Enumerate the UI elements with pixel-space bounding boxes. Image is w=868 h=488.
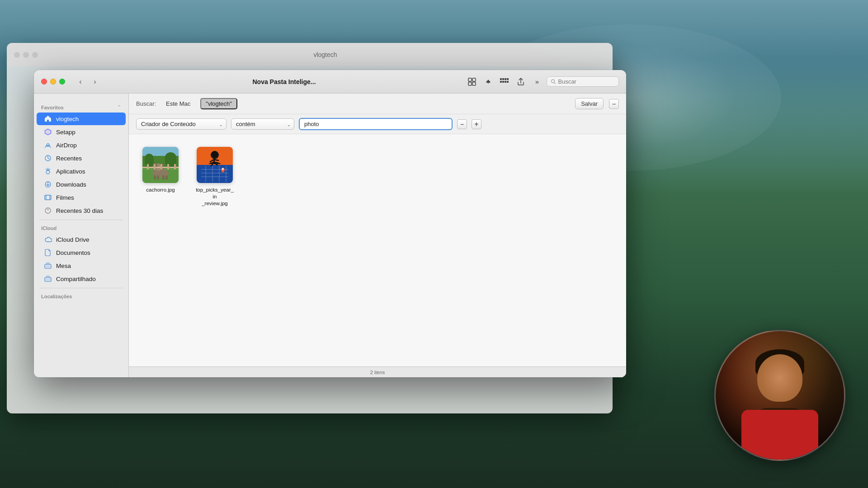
finder-window: ‹ › Nova Pasta Intelige...	[34, 70, 626, 377]
webcam-person	[716, 331, 844, 460]
svg-rect-50	[154, 164, 156, 169]
recentes30-icon	[44, 206, 52, 215]
svg-rect-7	[502, 78, 504, 80]
svg-rect-47	[165, 175, 168, 180]
search-label: Buscar:	[136, 100, 156, 107]
sidebar-item-downloads[interactable]: Downloads	[37, 178, 126, 191]
svg-rect-0	[468, 78, 472, 81]
view-apps-button[interactable]	[498, 75, 511, 88]
svg-rect-9	[507, 78, 509, 80]
svg-rect-32	[45, 277, 51, 282]
sidebar-section-localizacoes: Localizações	[34, 292, 128, 301]
sidebar-item-setapp[interactable]: Setapp	[37, 126, 126, 138]
more-button[interactable]: »	[530, 75, 544, 88]
svg-rect-46	[162, 175, 165, 180]
main-area: Buscar: Este Mac "vlogtech" Salvar − Cri…	[129, 94, 626, 377]
view-grid-button[interactable]	[465, 75, 479, 88]
downloads-label: Downloads	[56, 181, 86, 188]
file-item-top-picks[interactable]: top_picks_year_in_review.jpg	[192, 143, 237, 211]
svg-rect-2	[468, 82, 472, 85]
svg-rect-1	[472, 78, 476, 81]
scope-este-mac-button[interactable]: Este Mac	[161, 99, 195, 108]
minimize-btn-bg	[23, 52, 29, 58]
toolbar-title: Nova Pasta Intelige...	[107, 78, 462, 85]
sidebar-item-recentes30[interactable]: Recentes 30 dias	[37, 204, 126, 217]
compartilhado-label: Compartilhado	[56, 276, 96, 282]
cachorro-filename: cachorro.jpg	[146, 187, 175, 193]
recentes-icon	[44, 154, 52, 162]
sidebar-item-mesa[interactable]: Mesa	[37, 259, 126, 272]
filter-dropdown2-wrapper: contém	[231, 118, 294, 130]
sidebar-section-icloud: iCloud	[34, 224, 128, 233]
localizacoes-label: Localizações	[41, 294, 72, 299]
aplicativos-icon	[44, 167, 52, 175]
svg-rect-44	[154, 175, 156, 180]
downloads-icon	[44, 180, 52, 188]
sidebar-divider-1	[39, 220, 123, 220]
top-picks-filename: top_picks_year_in_review.jpg	[196, 187, 234, 207]
file-item-cachorro[interactable]: cachorro.jpg	[138, 143, 183, 211]
svg-rect-10	[500, 81, 502, 83]
svg-line-15	[554, 83, 556, 84]
filter-dropdown1[interactable]: Criador de Conteúdo	[136, 118, 226, 130]
close-button[interactable]	[41, 79, 47, 84]
sidebar-item-compartilhado[interactable]: Compartilhado	[37, 272, 126, 285]
icloud-label: iCloud	[41, 225, 57, 231]
icloud-drive-icon	[44, 235, 52, 244]
svg-rect-37	[145, 154, 154, 167]
svg-rect-6	[500, 78, 502, 80]
search-input[interactable]	[558, 78, 615, 85]
status-text: 2 itens	[370, 370, 385, 375]
svg-rect-8	[505, 78, 506, 80]
recentes30-label: Recentes 30 dias	[56, 207, 103, 214]
file-thumb-top-picks	[197, 147, 233, 183]
share-button[interactable]	[514, 75, 528, 88]
airdrop-label: AirDrop	[56, 142, 77, 149]
vlogtech-icon	[44, 115, 52, 123]
finder-content: Favoritos ⌃ vlogtech Setapp	[34, 94, 626, 377]
file-thumb-cachorro	[142, 147, 179, 183]
person-body	[741, 410, 818, 460]
search-minus-button[interactable]: −	[609, 99, 619, 109]
svg-point-14	[551, 80, 554, 83]
toolbar-search[interactable]	[547, 76, 619, 87]
search-bar: Buscar: Este Mac "vlogtech" Salvar −	[129, 94, 626, 114]
sidebar: Favoritos ⌃ vlogtech Setapp	[34, 94, 129, 377]
favoritos-label: Favoritos	[41, 105, 64, 110]
svg-rect-49	[147, 164, 149, 169]
scope-vlogtech-button[interactable]: "vlogtech"	[200, 98, 237, 109]
minimize-button[interactable]	[50, 79, 56, 84]
svg-rect-23	[45, 195, 51, 200]
save-button[interactable]: Salvar	[575, 98, 604, 109]
filter-dropdown2[interactable]: contém	[231, 118, 294, 130]
sidebar-item-icloud-drive[interactable]: iCloud Drive	[37, 233, 126, 246]
maximize-button[interactable]	[59, 79, 65, 84]
compartilhado-icon	[44, 275, 52, 283]
sidebar-section-favoritos: Favoritos ⌃	[34, 103, 128, 112]
files-grid: cachorro.jpg	[129, 134, 626, 366]
vlogtech-label: vlogtech	[56, 116, 79, 122]
sidebar-item-filmes[interactable]: Filmes	[37, 191, 126, 204]
status-bar: 2 itens	[129, 366, 626, 377]
toolbar-actions: »	[465, 75, 619, 88]
sidebar-item-recentes[interactable]: Recentes	[37, 152, 126, 164]
mesa-icon	[44, 262, 52, 270]
traffic-lights	[41, 79, 65, 84]
filter-minus-button[interactable]: −	[457, 119, 467, 129]
sidebar-item-vlogtech[interactable]: vlogtech	[37, 113, 126, 125]
webcam-overlay	[714, 330, 845, 461]
sidebar-item-documentos[interactable]: Documentos	[37, 246, 126, 259]
maximize-btn-bg	[32, 52, 38, 58]
filter-plus-button[interactable]: +	[472, 119, 481, 129]
sidebar-item-airdrop[interactable]: AirDrop	[37, 139, 126, 151]
filter-text-input[interactable]	[299, 118, 453, 130]
forward-button[interactable]: ›	[89, 75, 101, 88]
sidebar-item-aplicativos[interactable]: Aplicativos	[37, 165, 126, 178]
mesa-label: Mesa	[56, 263, 71, 269]
person-head	[757, 354, 802, 402]
search-icon	[551, 79, 556, 84]
back-button[interactable]: ‹	[74, 75, 87, 88]
view-options-button[interactable]	[481, 75, 495, 88]
finder-toolbar: ‹ › Nova Pasta Intelige...	[34, 70, 626, 94]
documentos-icon	[44, 249, 52, 257]
